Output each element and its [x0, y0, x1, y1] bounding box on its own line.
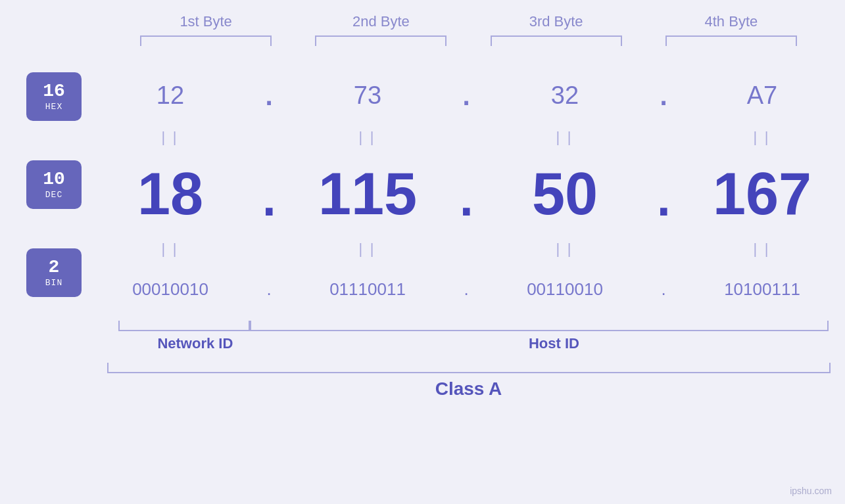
bin-label: BIN [45, 278, 62, 288]
dec-dot-2: . [456, 154, 476, 227]
top-bracket-line-1 [140, 35, 272, 46]
eq1-4: || [673, 130, 845, 147]
dec-val-2: 115 [279, 160, 456, 228]
hex-badge: 16 HEX [26, 72, 82, 121]
hex-label: HEX [45, 102, 62, 112]
bin-badge: 2 BIN [26, 248, 82, 297]
bin-row: 00010010 . 01110011 . 00110010 . 1010011… [82, 263, 845, 315]
dec-dot-1: . [259, 154, 279, 227]
dec-val-3: 50 [476, 160, 654, 228]
bin-val-1: 00010010 [82, 279, 259, 300]
byte-header-3: 3rd Byte [469, 13, 644, 30]
eq2-4: || [673, 242, 845, 258]
main-container: 1st Byte 2nd Byte 3rd Byte 4th Byte 16 H… [0, 0, 845, 504]
hex-dot-2: . [456, 72, 476, 112]
bin-val-2: 01110011 [279, 279, 456, 300]
byte-header-2: 2nd Byte [293, 13, 468, 30]
network-id-label: Network ID [118, 335, 272, 352]
hex-val-4: A7 [673, 81, 845, 110]
bin-val-4: 10100111 [673, 279, 845, 300]
byte-headers: 1st Byte 2nd Byte 3rd Byte 4th Byte [26, 13, 819, 30]
hex-number: 16 [43, 81, 65, 102]
eq1-3: || [476, 130, 654, 147]
bin-dot-2: . [456, 281, 476, 298]
eq1-1: || [82, 130, 259, 147]
badge-column: 16 HEX 10 DEC 2 BIN [26, 66, 82, 315]
dec-dot-3: . [654, 154, 673, 227]
dec-val-1: 18 [82, 160, 259, 228]
top-bracket-line-3 [491, 35, 622, 46]
dec-badge: 10 DEC [26, 160, 82, 209]
hex-val-2: 73 [279, 81, 456, 110]
byte-header-4: 4th Byte [644, 13, 819, 30]
class-a-bracket [107, 363, 831, 373]
top-bracket-line-4 [665, 35, 797, 46]
eq2-1: || [82, 242, 259, 258]
top-bracket-2 [293, 35, 468, 46]
watermark: ipshu.com [790, 486, 832, 496]
bin-dot-3: . [654, 281, 673, 298]
bin-number: 2 [49, 258, 60, 278]
dec-row: 18 . 115 . 50 . 167 [82, 151, 845, 237]
host-id-label: Host ID [289, 335, 819, 352]
dec-label: DEC [45, 190, 62, 200]
top-bracket-1 [118, 35, 293, 46]
bin-dot-1: . [259, 281, 279, 298]
hex-dot-1: . [259, 72, 279, 112]
network-id-bracket [118, 321, 250, 331]
label-rows-wrapper: 16 HEX 10 DEC 2 BIN 12 . 73 . 32 . A7 [26, 66, 819, 315]
rows-container: 12 . 73 . 32 . A7 || || || || 18 [82, 66, 845, 315]
class-a-label: Class A [435, 378, 502, 400]
hex-dot-3: . [654, 72, 673, 112]
eq2-3: || [476, 242, 654, 258]
top-bracket-3 [469, 35, 644, 46]
hex-val-3: 32 [476, 81, 654, 110]
dec-val-4: 167 [673, 160, 845, 228]
equals-row-1: || || || || [82, 125, 845, 151]
top-bracket-4 [644, 35, 819, 46]
dec-number: 10 [43, 170, 65, 190]
equals-row-2: || || || || [82, 237, 845, 263]
eq1-2: || [279, 130, 456, 147]
byte-header-1: 1st Byte [118, 13, 293, 30]
eq2-2: || [279, 242, 456, 258]
hex-val-1: 12 [82, 81, 259, 110]
top-bracket-line-2 [315, 35, 447, 46]
bin-val-3: 00110010 [476, 279, 654, 300]
host-id-bracket [250, 321, 829, 331]
hex-row: 12 . 73 . 32 . A7 [82, 66, 845, 125]
top-brackets [26, 35, 819, 46]
